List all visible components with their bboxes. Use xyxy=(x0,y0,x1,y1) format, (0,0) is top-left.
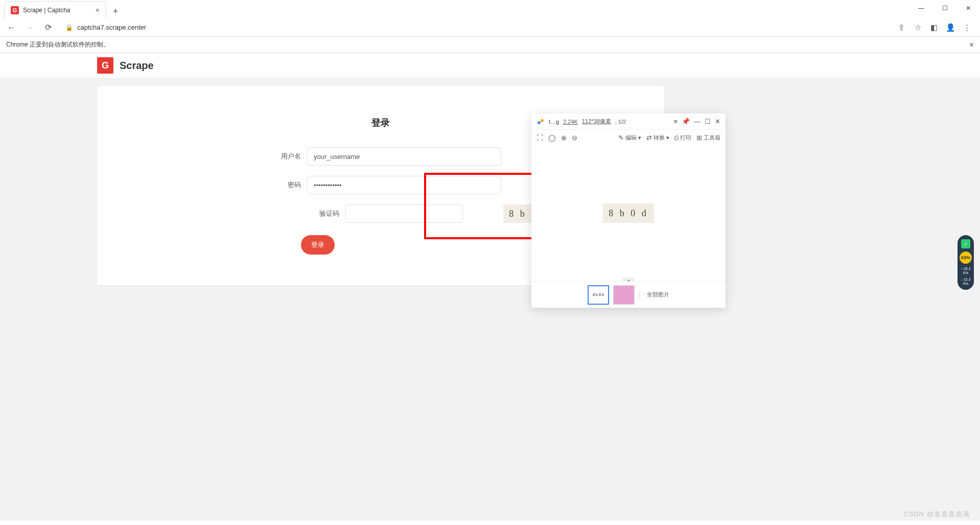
viewer-close-button[interactable]: ✕ xyxy=(715,118,720,125)
username-input[interactable] xyxy=(307,147,501,166)
share-icon[interactable]: ⇪ xyxy=(896,22,906,33)
username-label: 用户名 xyxy=(260,152,301,161)
zoom-out-icon[interactable]: ⊖ xyxy=(572,134,577,142)
menu-icon[interactable]: ⋮ xyxy=(962,22,972,33)
viewer-menu-icon[interactable]: ≡ xyxy=(673,118,678,125)
window-close-button[interactable]: ✕ xyxy=(956,0,980,16)
extensions-icon[interactable]: ◧ xyxy=(929,22,939,33)
window-maximize-button[interactable]: ☐ xyxy=(933,0,956,16)
reload-button[interactable]: ⟳ xyxy=(41,20,55,35)
lock-icon: 🔒 xyxy=(65,24,73,31)
svg-point-1 xyxy=(541,119,544,122)
site-title: Scrape xyxy=(120,60,154,72)
image-viewer-window: t…g 2.24K 112*38像素 , 1/2 ≡ 📌 — ☐ ✕ ⛶ ◯ ⊕… xyxy=(531,113,726,308)
print-button[interactable]: ⎙打印 xyxy=(674,134,691,142)
viewer-filename: t…g xyxy=(549,119,559,125)
fit-icon[interactable]: ◯ xyxy=(548,134,556,142)
bookmark-icon[interactable]: ☆ xyxy=(913,22,923,33)
toolbox-button[interactable]: ⊞工具箱 xyxy=(696,134,720,142)
shield-icon: ✓ xyxy=(961,239,970,248)
viewer-thumbnails: ⌄ 8 b 0 d | 全部图片 xyxy=(531,281,726,308)
viewer-canvas[interactable]: 8 b 0 d xyxy=(531,145,726,281)
site-header: G Scrape xyxy=(0,53,980,78)
url-box[interactable]: 🔒 captcha7.scrape.center xyxy=(59,20,892,35)
info-bar-close-icon[interactable]: × xyxy=(969,40,974,50)
viewer-dimensions: 112*38像素 xyxy=(582,118,611,125)
window-minimize-button[interactable]: — xyxy=(909,0,933,16)
viewer-pin-icon[interactable]: 📌 xyxy=(682,118,690,125)
thumbnail-2[interactable] xyxy=(613,285,635,305)
cpu-percent-badge: 63% xyxy=(960,252,972,264)
viewer-app-icon xyxy=(536,118,545,126)
window-controls: — ☐ ✕ xyxy=(909,0,980,16)
browser-address-bar: ← → ⟳ 🔒 captcha7.scrape.center ⇪ ☆ ◧ 👤 ⋮ xyxy=(0,18,980,37)
tab-favicon: G xyxy=(11,6,19,14)
new-tab-button[interactable]: + xyxy=(108,4,123,18)
profile-icon[interactable]: 👤 xyxy=(945,22,955,33)
site-logo: G xyxy=(97,57,113,74)
fullscreen-icon[interactable]: ⛶ xyxy=(536,134,543,142)
viewer-toolbar: ⛶ ◯ ⊕ ⊖ ✎编辑 ▾ ⇄转换 ▾ ⎙打印 ⊞工具箱 xyxy=(531,130,726,145)
browser-tab[interactable]: G Scrape | Captcha × xyxy=(4,1,106,18)
viewer-filesize: 2.24K xyxy=(563,119,578,125)
password-input[interactable] xyxy=(307,176,501,194)
password-label: 密码 xyxy=(260,180,301,190)
viewer-index-text: , 1/2 xyxy=(615,119,626,125)
viewer-minimize-button[interactable]: — xyxy=(694,118,701,125)
watermark-text: CSDN @袁袁袁袁满 xyxy=(903,510,970,519)
upload-speed: ↑ 10.2K/s xyxy=(961,267,970,275)
captcha-label: 验证码 xyxy=(298,209,339,218)
viewer-maximize-button[interactable]: ☐ xyxy=(705,118,711,125)
back-button[interactable]: ← xyxy=(4,20,18,35)
all-images-label[interactable]: 全部图片 xyxy=(647,291,669,299)
viewer-image: 8 b 0 d xyxy=(603,203,654,223)
browser-tab-strip: G Scrape | Captcha × + — ☐ ✕ xyxy=(0,0,980,18)
viewer-header: t…g 2.24K 112*38像素 , 1/2 ≡ 📌 — ☐ ✕ xyxy=(531,113,726,130)
automation-notice-text: Chrome 正受到自动测试软件的控制。 xyxy=(6,40,109,49)
forward-button[interactable]: → xyxy=(22,20,37,35)
edit-button[interactable]: ✎编辑 ▾ xyxy=(618,134,641,142)
url-text: captcha7.scrape.center xyxy=(77,24,146,31)
zoom-in-icon[interactable]: ⊕ xyxy=(561,134,567,142)
captcha-input[interactable] xyxy=(345,204,463,223)
tab-close-icon[interactable]: × xyxy=(96,6,100,14)
system-monitor-widget[interactable]: ✓ 63% ↑ 10.2K/s ↓ 12.2K/s xyxy=(958,235,974,290)
thumb-collapse-icon[interactable]: ⌄ xyxy=(622,278,635,282)
tab-title: Scrape | Captcha xyxy=(23,7,91,14)
login-button[interactable]: 登录 xyxy=(301,235,335,255)
download-speed: ↓ 12.2K/s xyxy=(961,278,970,285)
automation-info-bar: Chrome 正受到自动测试软件的控制。 × xyxy=(0,37,980,53)
svg-point-0 xyxy=(538,121,541,124)
thumbnail-1[interactable]: 8 b 0 d xyxy=(588,285,609,305)
page-body: G Scrape 登录 用户名 密码 验证码 8 b 0 d 登录 xyxy=(0,53,980,521)
convert-button[interactable]: ⇄转换 ▾ xyxy=(646,134,669,142)
